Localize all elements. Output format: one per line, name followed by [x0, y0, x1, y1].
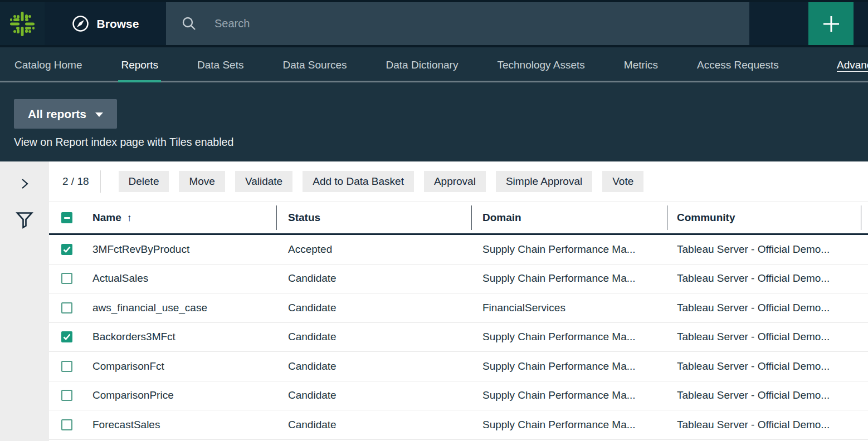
filter-funnel-icon: [14, 210, 35, 230]
cell-domain: Supply Chain Performance Ma...: [471, 419, 667, 431]
cell-status: Accepted: [276, 243, 471, 256]
toolbar-button-move[interactable]: Move: [179, 171, 225, 192]
header-tail-divider: [861, 202, 868, 233]
cell-domain: Supply Chain Performance Ma...: [471, 389, 667, 401]
row-checkbox[interactable]: [61, 361, 72, 372]
cell-name[interactable]: ActualSales: [92, 272, 276, 285]
cell-status: Candidate: [276, 302, 471, 314]
nav-tab-data-sets[interactable]: Data Sets: [197, 47, 243, 82]
table-row: aws_financial_use_caseCandidateFinancial…: [49, 293, 868, 323]
nav-tab-catalog-home[interactable]: Catalog Home: [14, 47, 82, 82]
expand-panel-button[interactable]: [16, 175, 33, 194]
top-bar: Browse: [0, 0, 868, 47]
table-row: ForecastSalesCandidateSupply Chain Perfo…: [49, 410, 868, 440]
table-row: 3MFctRevByProductAcceptedSupply Chain Pe…: [49, 235, 868, 264]
nav-tab-data-sources[interactable]: Data Sources: [282, 47, 347, 82]
toolbar-button-simple-approval[interactable]: Simple Approval: [496, 171, 592, 192]
row-checkbox-cell: [49, 331, 92, 342]
table-row: ActualSalesCandidateSupply Chain Perform…: [49, 264, 868, 294]
cell-status: Candidate: [276, 389, 471, 401]
column-header-label: Community: [677, 212, 735, 224]
search-icon: [182, 16, 197, 31]
cell-domain: Supply Chain Performance Ma...: [471, 272, 667, 285]
row-checkbox[interactable]: [61, 390, 72, 401]
cell-name[interactable]: aws_financial_use_case: [92, 302, 276, 314]
sort-ascending-icon: ↑: [127, 212, 132, 224]
cell-domain: Supply Chain Performance Ma...: [471, 360, 667, 373]
toolbar-button-approval[interactable]: Approval: [424, 171, 486, 192]
column-header-domain[interactable]: Domain: [471, 202, 667, 233]
create-asset-button[interactable]: [808, 2, 854, 45]
table-body: 3MFctRevByProductAcceptedSupply Chain Pe…: [49, 235, 868, 440]
row-checkbox[interactable]: [61, 331, 72, 342]
toolbar-button-vote[interactable]: Vote: [602, 171, 643, 192]
search-input[interactable]: [214, 17, 749, 30]
column-header-name[interactable]: Name↑: [92, 202, 276, 233]
column-header-label: Domain: [482, 212, 521, 224]
browse-menu[interactable]: Browse: [45, 2, 166, 45]
toolbar-divider: [100, 170, 101, 193]
select-all-checkbox[interactable]: [61, 212, 72, 223]
table-row: ComparisonFctCandidateSupply Chain Perfo…: [49, 352, 868, 381]
cell-community: Tableau Server - Official Demo...: [667, 389, 861, 401]
column-header-label: Status: [288, 212, 320, 224]
primary-nav: Catalog HomeReportsData SetsData Sources…: [0, 47, 868, 82]
nav-tab-data-dictionary[interactable]: Data Dictionary: [386, 47, 459, 82]
cell-community: Tableau Server - Official Demo...: [667, 419, 861, 431]
toolbar-button-validate[interactable]: Validate: [235, 171, 292, 192]
nav-tab-advanced[interactable]: Advanced: [837, 47, 868, 82]
filter-button[interactable]: [12, 208, 37, 234]
nav-tab-technology-assets[interactable]: Technology Assets: [497, 47, 584, 82]
row-checkbox[interactable]: [61, 273, 72, 284]
selection-count: 2 / 18: [62, 175, 89, 188]
main-panel: 2 / 18 DeleteMoveValidateAdd to Data Bas…: [49, 161, 868, 441]
nav-tab-access-requests[interactable]: Access Requests: [697, 47, 779, 82]
cell-name[interactable]: 3MFctRevByProduct: [92, 243, 276, 256]
cell-status: Candidate: [276, 331, 471, 343]
indeterminate-mark-icon: [64, 217, 70, 219]
row-checkbox-cell: [49, 273, 92, 284]
cell-name[interactable]: ForecastSales: [92, 419, 276, 431]
column-header-status[interactable]: Status: [276, 202, 471, 233]
cell-domain: Supply Chain Performance Ma...: [471, 243, 667, 256]
row-checkbox-cell: [49, 390, 92, 401]
search-bar[interactable]: [166, 2, 749, 45]
browse-label: Browse: [97, 17, 139, 31]
filter-sidebar: [0, 161, 49, 441]
check-mark-icon: [63, 246, 71, 253]
table-row: ComparisonPriceCandidateSupply Chain Per…: [49, 381, 868, 411]
toolbar-button-add-to-data-basket[interactable]: Add to Data Basket: [303, 171, 414, 192]
cell-name[interactable]: ComparisonFct: [92, 360, 276, 373]
cell-name[interactable]: Backorders3MFct: [92, 331, 276, 343]
cell-name[interactable]: ComparisonPrice: [92, 389, 276, 401]
content-area: 2 / 18 DeleteMoveValidateAdd to Data Bas…: [0, 161, 868, 441]
column-header-community[interactable]: Community: [667, 202, 861, 233]
row-checkbox-cell: [49, 419, 92, 430]
app-logo[interactable]: [0, 2, 45, 45]
bulk-actions-toolbar: 2 / 18 DeleteMoveValidateAdd to Data Bas…: [49, 161, 868, 202]
plus-icon: [821, 13, 842, 35]
view-selector-button[interactable]: All reports: [14, 99, 117, 129]
nav-tab-reports[interactable]: Reports: [121, 47, 158, 82]
cell-community: Tableau Server - Official Demo...: [667, 243, 861, 256]
cell-domain: Supply Chain Performance Ma...: [471, 331, 667, 343]
toolbar-button-delete[interactable]: Delete: [119, 171, 169, 192]
nav-tab-metrics[interactable]: Metrics: [624, 47, 658, 82]
cell-community: Tableau Server - Official Demo...: [667, 360, 861, 373]
collibra-logo-icon: [9, 11, 36, 37]
view-description: View on Report index page with Tiles ena…: [14, 136, 868, 149]
cell-status: Candidate: [276, 360, 471, 373]
row-checkbox[interactable]: [61, 302, 72, 313]
header-checkbox-cell: [49, 202, 92, 233]
table-row: Backorders3MFctCandidateSupply Chain Per…: [49, 323, 868, 352]
row-checkbox-cell: [49, 361, 92, 372]
topbar-right-area: [749, 2, 868, 45]
view-selector-label: All reports: [28, 107, 86, 121]
cell-community: Tableau Server - Official Demo...: [667, 272, 861, 285]
row-checkbox[interactable]: [61, 419, 72, 430]
cell-community: Tableau Server - Official Demo...: [667, 331, 861, 343]
cell-community: Tableau Server - Official Demo...: [667, 302, 861, 314]
row-checkbox[interactable]: [61, 244, 72, 255]
cell-domain: FinancialServices: [471, 302, 667, 314]
column-header-label: Name: [92, 212, 121, 224]
